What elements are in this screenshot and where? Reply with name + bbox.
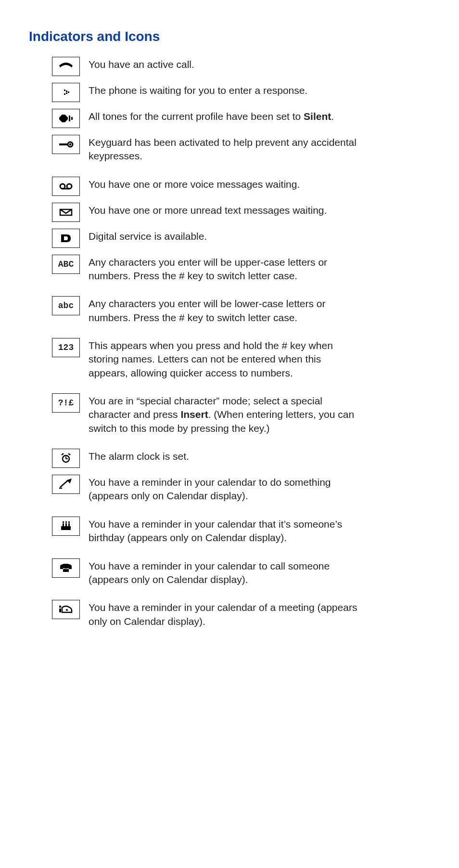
svg-rect-24: [68, 523, 70, 526]
indicator-description: You are in “special character” mode; sel…: [89, 393, 358, 435]
indicator-description: The alarm clock is set.: [89, 449, 189, 463]
svg-rect-29: [60, 566, 63, 569]
reminder-call-icon: [52, 558, 80, 578]
unread-sms-icon: [52, 203, 80, 222]
alarm-set-icon: [52, 449, 80, 468]
svg-rect-27: [68, 521, 70, 523]
indicator-row: You have an active call.: [52, 57, 430, 76]
indicator-description: You have one or more voice messages wait…: [89, 177, 300, 191]
indicator-row: The alarm clock is set.: [52, 449, 430, 468]
svg-rect-23: [65, 523, 67, 526]
indicator-row: The phone is waiting for you to enter a …: [52, 83, 430, 102]
svg-rect-7: [59, 143, 68, 145]
section-title: Indicators and Icons: [29, 29, 430, 44]
numeric-icon: 123: [52, 338, 80, 357]
keyguard-icon: [52, 135, 80, 154]
svg-rect-4: [64, 93, 65, 95]
svg-rect-0: [64, 90, 65, 91]
indicator-description: Digital service is available.: [89, 229, 207, 243]
svg-rect-3: [66, 92, 67, 94]
indicator-row: All tones for the current profile have b…: [52, 109, 430, 128]
indicator-row: You have a reminder in your calendar tha…: [52, 517, 430, 545]
silent-icon: [52, 109, 80, 128]
indicator-row: You have one or more unread text message…: [52, 203, 430, 222]
svg-rect-33: [59, 609, 61, 612]
svg-rect-6: [71, 117, 73, 120]
reminder-todo-icon: [52, 475, 80, 494]
indicator-row: You have a reminder in your calendar of …: [52, 600, 430, 628]
indicator-row: Keyguard has been activated to help prev…: [52, 135, 430, 163]
reminder-birthday-icon: [52, 517, 80, 536]
svg-rect-22: [63, 523, 64, 526]
indicator-row: Digital service is available.: [52, 229, 430, 248]
indicator-description: You have a reminder in your calendar tha…: [89, 517, 358, 545]
indicator-row: You have one or more voice messages wait…: [52, 177, 430, 196]
indicator-row: You have a reminder in your calendar to …: [52, 558, 430, 587]
reminder-meeting-icon: [52, 600, 80, 619]
svg-line-18: [68, 453, 70, 455]
svg-rect-2: [68, 91, 69, 93]
svg-rect-31: [63, 569, 69, 572]
indicator-row: abcAny characters you enter will be lowe…: [52, 296, 430, 324]
indicator-description: You have a reminder in your calendar of …: [89, 600, 358, 628]
digital-service-icon: [52, 229, 80, 248]
uppercase-icon: ABC: [52, 255, 80, 274]
indicator-description: Any characters you enter will be lower-c…: [89, 296, 358, 324]
indicator-row: You have a reminder in your calendar to …: [52, 475, 430, 503]
lowercase-icon: abc: [52, 296, 80, 315]
indicator-description: You have a reminder in your calendar to …: [89, 558, 358, 587]
svg-rect-21: [61, 526, 71, 530]
svg-rect-26: [65, 521, 67, 523]
indicator-list: You have an active call.The phone is wai…: [29, 57, 430, 628]
svg-rect-30: [69, 566, 72, 569]
svg-line-17: [62, 453, 64, 455]
indicator-description: You have an active call.: [89, 57, 194, 71]
indicator-row: ABCAny characters you enter will be uppe…: [52, 255, 430, 283]
indicator-description: All tones for the current profile have b…: [89, 109, 334, 123]
special-char-icon: ?!£: [52, 393, 80, 413]
indicator-description: Any characters you enter will be upper-c…: [89, 255, 358, 283]
svg-rect-5: [69, 116, 70, 121]
svg-rect-1: [66, 91, 67, 92]
indicator-row: ?!£You are in “special character” mode; …: [52, 393, 430, 435]
svg-rect-9: [69, 143, 71, 145]
waiting-response-icon: [52, 83, 80, 102]
indicator-description: Keyguard has been activated to help prev…: [89, 135, 358, 163]
svg-point-34: [66, 609, 68, 611]
voicemail-icon: [52, 177, 80, 196]
svg-rect-25: [63, 521, 64, 523]
svg-line-19: [60, 480, 68, 487]
indicator-description: You have a reminder in your calendar to …: [89, 475, 358, 503]
indicator-description: This appears when you press and hold the…: [89, 338, 358, 380]
indicator-description: The phone is waiting for you to enter a …: [89, 83, 307, 97]
active-call-icon: [52, 57, 80, 76]
indicator-description: You have one or more unread text message…: [89, 203, 327, 217]
svg-rect-32: [59, 606, 61, 608]
indicator-row: 123This appears when you press and hold …: [52, 338, 430, 380]
